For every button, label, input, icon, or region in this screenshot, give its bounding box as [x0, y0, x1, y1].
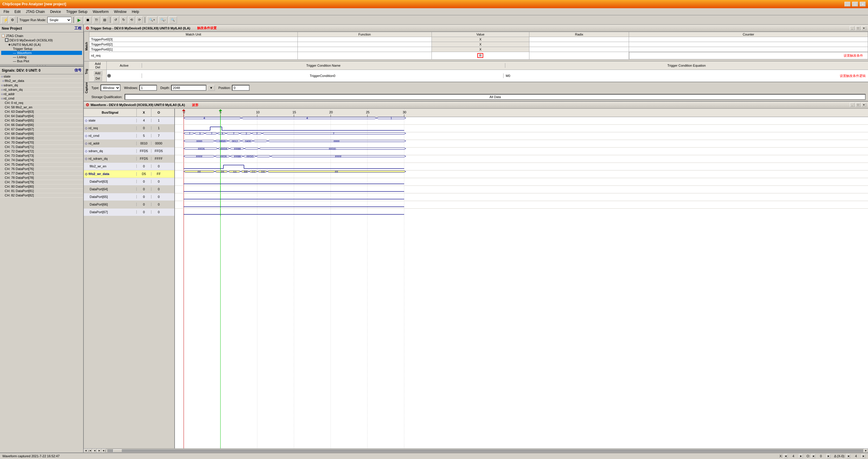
depth-input[interactable]	[171, 85, 206, 91]
menu-window[interactable]: Window	[112, 9, 129, 14]
toolbar-icon2[interactable]: ⚙	[9, 17, 15, 24]
wf-row-rd-addr[interactable]: ◇ rd_addr 0010 0000	[84, 140, 174, 147]
wf-row-dataport66[interactable]: DataPort[66] 0 0	[84, 201, 174, 208]
match-val-2[interactable]: X	[432, 47, 529, 52]
type-select[interactable]: Window	[100, 85, 121, 91]
waveform-display[interactable]: 0 5 10	[175, 109, 868, 449]
signal-ch79[interactable]: CH: 79 DataPort[79]	[0, 180, 83, 185]
match-radix-1[interactable]	[529, 42, 629, 47]
o-next-btn[interactable]: ►	[827, 454, 831, 458]
match-func-0[interactable]	[298, 37, 432, 42]
unit-item[interactable]: ◈ UNIT:0 MyILA0 (ILA)	[1, 42, 82, 47]
match-radix-3[interactable]	[529, 52, 629, 60]
wf-row-dataport64[interactable]: DataPort[64] 0 0	[84, 186, 174, 193]
trigger-stop-button[interactable]: ⏹	[84, 17, 92, 24]
signal-ch65[interactable]: CH: 65 DataPort[65]	[0, 118, 83, 123]
scroll-next-btn[interactable]: ►	[97, 449, 101, 453]
signal-ch82[interactable]: CH: 82 DataPort[82]	[0, 193, 83, 198]
match-val-3[interactable]: R	[432, 52, 529, 60]
signal-ch75[interactable]: CH: 75 DataPort[75]	[0, 162, 83, 167]
signal-rd-sdram-dq[interactable]: ◇ rd_sdram_dq	[0, 88, 83, 92]
match-counter-0[interactable]	[629, 37, 868, 42]
x-prev-btn[interactable]: ◄	[784, 454, 788, 458]
wf-row-state[interactable]: ◇ state 4 1	[84, 117, 174, 125]
signal-ch70[interactable]: CH: 70 DataPort[70]	[0, 140, 83, 145]
toolbar-icon1[interactable]: ⚡	[1, 17, 8, 24]
match-radix-0[interactable]	[529, 37, 629, 42]
trigger-t-button[interactable]: T!	[93, 17, 100, 24]
match-func-2[interactable]	[298, 47, 432, 52]
trigger-setup-minimize-btn[interactable]: _	[850, 26, 855, 30]
wf-row-dataport63[interactable]: DataPort[63] 0 0	[84, 178, 174, 186]
depth-dropdown-btn[interactable]: ▼	[208, 85, 215, 91]
waveform-minimize-btn[interactable]: _	[850, 103, 855, 107]
trigger-run-button[interactable]: ▶	[75, 17, 83, 24]
signal-ch63[interactable]: CH: 63 DataPort[63]	[0, 109, 83, 114]
match-counter-1[interactable]	[629, 42, 868, 47]
delta-prev-btn[interactable]: ◄	[846, 454, 850, 458]
waveform-maximize-btn[interactable]: □	[856, 103, 860, 107]
bus-plot-nav[interactable]: — Bus Plot	[1, 59, 82, 63]
toolbar-zoom-fit[interactable]: 🔍	[169, 17, 177, 24]
active-radio[interactable]	[107, 74, 111, 77]
close-button[interactable]: ×	[860, 2, 866, 6]
wf-row-dataport67[interactable]: DataPort[67] 0 0	[84, 208, 174, 216]
scroll-start-btn[interactable]: |◄	[88, 449, 92, 453]
signal-rd-cmd[interactable]: ◇ rd_cmd	[0, 96, 83, 101]
listing-nav[interactable]: — Listing	[1, 55, 82, 59]
trigger-setup-close-btn[interactable]: ×	[862, 26, 866, 30]
match-func-1[interactable]	[298, 42, 432, 47]
title-bar-controls[interactable]: _ □ ×	[844, 2, 866, 6]
x-next-btn[interactable]: ►	[799, 454, 803, 458]
signal-ch67[interactable]: CH: 67 DataPort[67]	[0, 127, 83, 132]
menu-edit[interactable]: Edit	[12, 9, 23, 14]
trigger-setup-nav[interactable]: Trigger Setup	[1, 47, 82, 51]
scroll-end-btn[interactable]: ►|	[102, 449, 106, 453]
match-radix-2[interactable]	[529, 47, 629, 52]
position-input[interactable]	[232, 85, 250, 91]
signal-ch71[interactable]: CH: 71 DataPort[71]	[0, 145, 83, 149]
menu-waveform[interactable]: Waveform	[90, 9, 111, 14]
signal-ch74[interactable]: CH: 74 DataPort[74]	[0, 158, 83, 162]
match-counter-2[interactable]	[629, 47, 868, 52]
signal-ch58-fifo2-wr-en[interactable]: CH: 58 fifo2_wr_en	[0, 105, 83, 109]
toolbar-list-btn[interactable]: ▤	[101, 17, 108, 24]
match-val-1[interactable]: X	[432, 42, 529, 47]
wf-row-fifo2-wr-en[interactable]: fifo2_wr_en 0 0	[84, 163, 174, 170]
match-unit-2[interactable]: TriggerPort0[1]	[89, 47, 298, 52]
signal-fifo2-wr-data[interactable]: ◇ fifo2_wr_data	[0, 79, 83, 83]
wf-row-rd-sdram-dq[interactable]: ◇ rd_sdram_dq FFD5 FFFF	[84, 155, 174, 163]
wf-row-rd-req[interactable]: ◇ rd_req 0 1	[84, 125, 174, 132]
signal-rd-addr[interactable]: ◇ rd_addr	[0, 92, 83, 96]
match-unit-1[interactable]: TriggerPort0[2]	[89, 42, 298, 47]
signal-ch72[interactable]: CH: 72 DataPort[72]	[0, 149, 83, 154]
match-unit-0[interactable]: TriggerPort0[3]	[89, 37, 298, 42]
match-unit-3[interactable]: rd_req	[89, 52, 298, 60]
waveform-close-btn[interactable]: ×	[862, 103, 866, 107]
scroll-prev-btn[interactable]: ◄	[93, 449, 97, 453]
wf-row-fifo2-wr-data[interactable]: ◇ fifo2_wr_data D5 FF	[84, 170, 174, 178]
maximize-button[interactable]: □	[852, 2, 858, 6]
trigger-mode-select[interactable]: Single Continuous	[47, 17, 71, 23]
minimize-button[interactable]: _	[844, 2, 850, 6]
scroll-track[interactable]	[107, 449, 863, 452]
signal-sdram-dq[interactable]: ◇ sdram_dq	[0, 83, 83, 88]
menu-trigger-setup[interactable]: Trigger Setup	[64, 9, 90, 14]
signal-ch73[interactable]: CH: 73 DataPort[73]	[0, 154, 83, 158]
jtag-chain-item[interactable]: 📋 JTAG Chain	[1, 33, 82, 38]
add-button[interactable]: Add	[93, 70, 102, 76]
toolbar-refresh2[interactable]: ↻	[120, 17, 127, 24]
trigger-setup-maximize-btn[interactable]: □	[856, 26, 860, 30]
menu-device[interactable]: Device	[48, 9, 63, 14]
signal-ch76[interactable]: CH: 76 DataPort[76]	[0, 167, 83, 171]
waveform-nav[interactable]: — Waveform	[1, 51, 82, 55]
signal-ch78[interactable]: CH: 78 DataPort[78]	[0, 175, 83, 180]
device-item[interactable]: 🔲 DEV:0 MyDevice0 (XC6SLX9)	[1, 38, 82, 42]
wf-row-rd-cmd[interactable]: ◇ rd_cmd 5 7	[84, 132, 174, 140]
waveform-scrollbar[interactable]: ◄ |◄ ◄ ► ►| ►	[84, 449, 868, 453]
scroll-right-btn[interactable]: ►	[864, 449, 868, 453]
menu-help[interactable]: Help	[129, 9, 142, 14]
wf-row-dataport65[interactable]: DataPort[65] 0 0	[84, 193, 174, 201]
trig-condition-name[interactable]: TriggerCondition0	[142, 73, 503, 78]
trig-equation-chinese[interactable]: 设置触发条件逻辑	[840, 74, 866, 78]
